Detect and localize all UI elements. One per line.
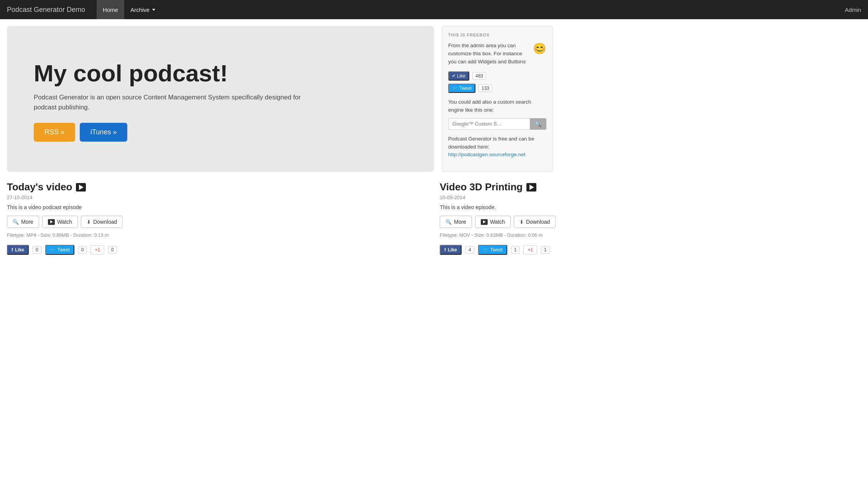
watch-icon-2 (481, 219, 488, 225)
episode-title-2: Video 3D Printing (440, 181, 523, 193)
episode-title-1: Today's video (7, 181, 72, 193)
social-rows: f Like 0 🐦 Tweet 0 +1 0 f Like 4 🐦 Tweet… (0, 245, 868, 264)
sidebar-social-like-row: ✔ Like 483 (448, 71, 546, 81)
smiley-icon: 😊 (533, 40, 546, 57)
ep1-gplus-count: 0 (108, 246, 117, 254)
rss-button[interactable]: RSS » (34, 123, 75, 142)
social-card-2: f Like 4 🐦 Tweet 1 +1 1 (440, 245, 861, 255)
social-card-1: f Like 0 🐦 Tweet 0 +1 0 (7, 245, 428, 255)
episode-meta-1: Filetype: MP4 - Size: 0.86MB - Duration:… (7, 233, 428, 238)
site-title: Podcast Generator Demo (7, 6, 85, 14)
watch-button-2[interactable]: Watch (475, 216, 511, 228)
episode-date-1: 27-10-2014 (7, 195, 428, 200)
watch-button-1[interactable]: Watch (42, 216, 78, 228)
sidebar-heading: THIS IS FREEBOX (448, 33, 546, 37)
ep2-tweet-button[interactable]: 🐦 Tweet (478, 245, 507, 255)
sidebar-body: 😊 From the admin area you can customize … (448, 42, 546, 66)
episode-title-row-1: Today's video (7, 181, 428, 193)
sidebar-footer: Podcast Generator is free and can be dow… (448, 135, 546, 159)
ep2-gplus-button[interactable]: +1 (523, 245, 537, 254)
episode-actions-2: 🔍 More Watch ⬇ Download (440, 216, 861, 228)
checkmark-icon: ✔ (452, 73, 455, 78)
fb-icon-1: f (12, 247, 13, 253)
ep1-fb-like-button[interactable]: f Like (7, 245, 29, 255)
admin-link[interactable]: Admin (845, 7, 861, 13)
episode-meta-2: Filetype: MOV - Size: 0.63MB - Duration:… (440, 233, 861, 238)
ep1-gplus-button[interactable]: +1 (90, 245, 104, 254)
main-content: My cool podcast! Podcast Generator is an… (0, 19, 560, 172)
sidebar-social-tweet-row: 🐦 Tweet 133 (448, 84, 546, 93)
download-button-1[interactable]: ⬇ Download (81, 216, 123, 228)
episode-title-row-2: Video 3D Printing (440, 181, 861, 193)
sourceforge-link[interactable]: http://podcastgen.sourceforge.net (448, 152, 525, 157)
search-icon-1: 🔍 (13, 219, 19, 225)
sidebar-tweet-button[interactable]: 🐦 Tweet (448, 84, 475, 93)
ep2-tw-count: 1 (511, 246, 520, 254)
play-triangle-2 (529, 185, 534, 190)
navbar: Podcast Generator Demo Home Archive Admi… (0, 0, 868, 19)
episodes-section: Today's video 27-10-2014 This is a video… (0, 172, 868, 245)
nav-home[interactable]: Home (97, 0, 124, 19)
ep1-fb-count: 0 (33, 246, 41, 254)
episode-card-2: Video 3D Printing 10-09-2014 This is a v… (440, 181, 861, 238)
ep2-fb-count: 4 (465, 246, 474, 254)
sidebar-tweet-count: 133 (478, 84, 492, 92)
more-button-1[interactable]: 🔍 More (7, 216, 39, 228)
download-icon-2: ⬇ (519, 219, 524, 225)
episode-card-1: Today's video 27-10-2014 This is a video… (7, 181, 428, 238)
nav-items: Home Archive (97, 0, 845, 19)
ep2-fb-like-button[interactable]: f Like (440, 245, 462, 255)
play-triangle-1 (79, 185, 84, 190)
more-button-2[interactable]: 🔍 More (440, 216, 472, 228)
sidebar: THIS IS FREEBOX 😊 From the admin area yo… (442, 26, 553, 172)
ep2-gplus-count: 1 (541, 246, 550, 254)
ep1-tweet-button[interactable]: 🐦 Tweet (45, 245, 74, 255)
sidebar-search-row: 🔍 (448, 118, 546, 130)
play-icon-2 (526, 183, 536, 192)
episode-actions-1: 🔍 More Watch ⬇ Download (7, 216, 428, 228)
episode-desc-2: This is a video episode. (440, 204, 861, 210)
sidebar-search-button[interactable]: 🔍 (530, 118, 546, 130)
hero-description: Podcast Generator is an open source Cont… (34, 92, 302, 112)
play-icon-1 (76, 183, 86, 192)
ep1-tw-count: 0 (78, 246, 87, 254)
download-button-2[interactable]: ⬇ Download (514, 216, 556, 228)
nav-archive[interactable]: Archive (124, 0, 161, 19)
watch-icon-1 (48, 219, 55, 225)
sidebar-like-button[interactable]: ✔ Like (448, 71, 469, 81)
hero-buttons: RSS » iTunes » (34, 123, 415, 142)
hero-title: My cool podcast! (34, 60, 415, 86)
episode-desc-1: This is a video podcast episode (7, 204, 428, 210)
itunes-button[interactable]: iTunes » (80, 123, 127, 142)
twitter-bird-icon: 🐦 (452, 86, 458, 91)
chevron-down-icon (152, 9, 155, 11)
hero-section: My cool podcast! Podcast Generator is an… (7, 26, 434, 172)
sidebar-like-count: 483 (472, 72, 486, 80)
tw-icon-1: 🐦 (50, 247, 56, 253)
fb-icon-2: f (444, 247, 446, 253)
search-icon-2: 🔍 (446, 219, 452, 225)
episode-date-2: 10-09-2014 (440, 195, 861, 200)
sidebar-search-input[interactable] (448, 118, 530, 130)
sidebar-search-label: You could add also a custom search engin… (448, 98, 546, 114)
download-icon-1: ⬇ (87, 219, 91, 225)
tw-icon-2: 🐦 (483, 247, 488, 253)
